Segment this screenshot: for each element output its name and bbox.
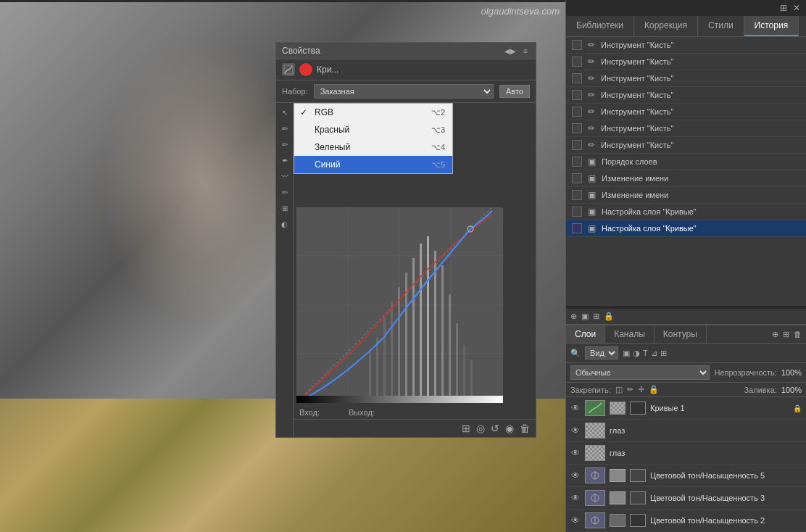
add-point-tool[interactable]: ✏: [278, 138, 291, 151]
lock-transparent-icon[interactable]: ◫: [615, 385, 623, 394]
svg-rect-16: [434, 251, 436, 403]
history-label-4: Инструмент "Кисть": [601, 107, 673, 116]
panel-body: ↖ ✏ ✏ ✒ 〰 ✏ ⊞ ◐ ✓ RGB ⌥2: [276, 103, 536, 437]
smooth-tool[interactable]: 〰: [278, 170, 291, 183]
history-checkbox-3[interactable]: [572, 90, 582, 100]
pointer-tool[interactable]: ↖: [278, 106, 291, 119]
filter-smart-icon[interactable]: ⊞: [660, 349, 667, 358]
layer-item-eye2[interactable]: 👁 глаз: [566, 442, 806, 465]
history-checkbox-10[interactable]: [572, 207, 582, 217]
history-item-5[interactable]: ✏ Инструмент "Кисть": [566, 120, 806, 137]
svg-rect-11: [398, 287, 400, 403]
history-item-1[interactable]: ✏ Инструмент "Кисть": [566, 54, 806, 70]
tab-correction[interactable]: Коррекция: [634, 16, 698, 36]
history-item-7[interactable]: ▣ Порядок слоев: [566, 154, 806, 170]
layer-eye-hsl2[interactable]: 👁: [570, 515, 581, 525]
new-layer-icon[interactable]: ⊕: [570, 312, 577, 321]
channel-dropdown[interactable]: ✓ RGB ⌥2 Красный ⌥3 Зеленый: [294, 103, 453, 174]
panel-btn-eye[interactable]: ◎: [476, 423, 485, 434]
top-border: [0, 0, 565, 2]
history-label-0: Инструмент "Кисть": [601, 41, 673, 49]
arrange-icon[interactable]: ⊞: [780, 3, 787, 13]
history-item-0[interactable]: ✏ Инструмент "Кисть": [566, 37, 806, 54]
dropdown-row-red[interactable]: Красный ⌥3: [294, 121, 452, 138]
history-icon-11: ▣: [588, 223, 596, 233]
filter-adjust-icon[interactable]: ◑: [633, 349, 640, 358]
layers-tabs: Слои Каналы Контуры ⊕ ⊞ 🗑: [566, 325, 806, 344]
history-checkbox-11[interactable]: [572, 223, 582, 233]
dropdown-row-green[interactable]: Зеленый ⌥4: [294, 138, 452, 156]
filter-vector-icon[interactable]: ⊿: [651, 349, 657, 358]
sample-tool[interactable]: ✏: [278, 186, 291, 199]
layer-eye-curves1[interactable]: 👁: [570, 403, 581, 413]
rgb-label: RGB: [315, 107, 333, 117]
tab-styles[interactable]: Стили: [698, 16, 744, 36]
panel-menu-btn[interactable]: ≡: [521, 46, 530, 56]
lock-pixels-icon[interactable]: ✏: [627, 385, 633, 394]
history-checkbox-1[interactable]: [572, 57, 582, 67]
history-item-10[interactable]: ▣ Настройка слоя "Кривые": [566, 204, 806, 220]
layers-copy-icon[interactable]: ⊞: [783, 330, 789, 339]
layer-eye-hsl5[interactable]: 👁: [570, 470, 581, 481]
opacity-label: Непрозрачность:: [714, 368, 776, 377]
close-icon[interactable]: ✕: [793, 3, 800, 13]
layer-item-hsl5[interactable]: 👁 Цветовой тон/Насыщенность 5: [566, 465, 806, 487]
history-label-8: Изменение имени: [602, 174, 668, 183]
pencil-tool[interactable]: ✒: [278, 154, 291, 167]
panel-btn-delete[interactable]: 🗑: [520, 423, 530, 434]
filter-text-icon[interactable]: T: [643, 349, 648, 357]
tab-history[interactable]: История: [744, 16, 799, 36]
layer-eye-hsl3[interactable]: 👁: [570, 493, 581, 503]
filter-pixel-icon[interactable]: ▣: [623, 349, 630, 358]
panel-btn-visibility[interactable]: ◉: [505, 423, 514, 434]
layer-item-eye1[interactable]: 👁 глаз: [566, 420, 806, 442]
history-checkbox-2[interactable]: [572, 73, 582, 83]
layer-item-curves1[interactable]: 👁 Кривые 1 🔒: [566, 397, 806, 420]
history-label-6: Инструмент "Кисть": [601, 141, 673, 149]
history-item-6[interactable]: ✏ Инструмент "Кисть": [566, 137, 806, 154]
lock-position-icon[interactable]: ✛: [638, 385, 644, 394]
layer-eye-eye2[interactable]: 👁: [570, 448, 581, 458]
history-checkbox-8[interactable]: [572, 173, 582, 183]
layer-mask-hsl3: [610, 491, 626, 504]
panel-btn-reset[interactable]: ↺: [491, 423, 499, 434]
lock-all-icon[interactable]: 🔒: [649, 385, 659, 394]
history-checkbox-5[interactable]: [572, 123, 582, 133]
layers-tab-layers[interactable]: Слои: [566, 325, 605, 343]
panel-btn-add[interactable]: ⊞: [462, 423, 470, 434]
layers-tab-channels[interactable]: Каналы: [605, 325, 655, 343]
filter-select[interactable]: Вид: [585, 346, 618, 359]
history-item-4[interactable]: ✏ Инструмент "Кисть": [566, 104, 806, 120]
layer-item-hsl2[interactable]: 👁 Цветовой тон/Насыщенность 2: [566, 510, 806, 532]
dropdown-row-blue[interactable]: Синий ⌥5: [294, 156, 452, 173]
layer-mask-icon[interactable]: ▣: [581, 312, 589, 321]
layer-link-icon[interactable]: ⊞: [593, 312, 599, 321]
blend-mode-select[interactable]: Обычные: [570, 365, 710, 380]
layer-item-hsl3[interactable]: 👁 Цветовой тон/Насыщенность 3: [566, 487, 806, 510]
history-item-9[interactable]: ▣ Изменение имени: [566, 187, 806, 204]
layer-lock2-icon[interactable]: 🔒: [604, 312, 614, 321]
history-checkbox-7[interactable]: [572, 157, 582, 167]
fill-value: 100%: [781, 386, 802, 394]
history-item-3[interactable]: ✏ Инструмент "Кисть": [566, 87, 806, 104]
layers-tab-paths[interactable]: Контуры: [655, 325, 707, 343]
auto-button[interactable]: Авто: [499, 85, 530, 98]
layer-eye-eye1[interactable]: 👁: [570, 425, 581, 436]
history-item-2[interactable]: ✏ Инструмент "Кисть": [566, 70, 806, 87]
history-item-8[interactable]: ▣ Изменение имени: [566, 170, 806, 187]
history-checkbox-6[interactable]: [572, 140, 582, 150]
history-item-11[interactable]: ▣ Настройка слоя "Кривые": [566, 220, 806, 237]
shadow-tool[interactable]: ◐: [278, 217, 291, 230]
dropdown-row-rgb[interactable]: ✓ RGB ⌥2: [294, 104, 452, 121]
tab-libraries[interactable]: Библиотеки: [566, 16, 634, 36]
history-checkbox-4[interactable]: [572, 107, 582, 117]
red-shortcut: ⌥3: [431, 125, 445, 135]
history-checkbox-9[interactable]: [572, 190, 582, 200]
panel-expand-btn[interactable]: ◀▶: [502, 46, 518, 56]
eyedropper-tool[interactable]: ✏: [278, 122, 291, 135]
history-checkbox-0[interactable]: [572, 40, 582, 50]
layers-create-icon[interactable]: ⊕: [772, 330, 778, 339]
preset-select[interactable]: Заказная: [314, 84, 494, 99]
layers-trash-icon[interactable]: 🗑: [794, 330, 802, 338]
extra-tool[interactable]: ⊞: [278, 201, 291, 215]
